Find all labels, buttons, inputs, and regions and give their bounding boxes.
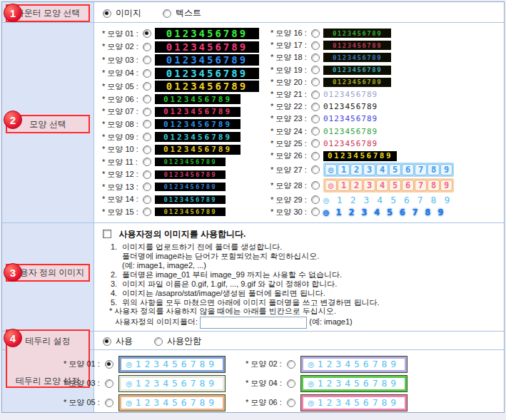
shape-digits-preview: 0123456789 [323, 66, 391, 75]
shape-radio-24[interactable] [311, 127, 320, 135]
shape-option-row: * 모양 10 :0123456789 [102, 144, 259, 155]
shape-digits-preview: 0123456789 [323, 151, 397, 161]
shape-radio-01[interactable] [143, 29, 151, 38]
shape-radio-22[interactable] [311, 103, 320, 111]
shape-option-row: * 모양 14 :0123456789 [102, 194, 259, 205]
digit-tile: 2 [350, 164, 363, 175]
digit-tile: 5 [389, 164, 401, 175]
digit-tile: 5 [389, 180, 401, 191]
shape-option-row: * 모양 16 :0123456789 [270, 28, 457, 39]
shape-digits-preview: 0123456789 [155, 145, 241, 155]
shape-option-row: * 모양 05 :0123456789 [102, 81, 259, 92]
shape-digits-preview: 0123456789 [323, 139, 378, 148]
divider [2, 222, 504, 223]
digit-tile: 1 [338, 180, 350, 191]
digit-tile: 7 [415, 180, 427, 191]
border-shape-radio-04[interactable] [287, 379, 295, 388]
custom-image-checkbox-row: 사용자정의 이미지를 사용합니다. [103, 227, 246, 240]
border-use-off-radio[interactable] [154, 337, 163, 346]
folder-input-row: 사용자정의 이미지폴더: (예: image1) [115, 317, 353, 329]
shape-option-label: * 모양 03 : [102, 55, 143, 66]
shape-radio-28[interactable] [311, 181, 320, 190]
instruction-item: 2.폴더명은 image_01 부터 image_99 까지는 사용할 수 없습… [111, 270, 380, 280]
counter-type-image-label: 이미지 [116, 7, 141, 19]
border-use-on-label: 사용 [116, 335, 133, 347]
shape-radio-08[interactable] [143, 120, 151, 128]
shape-radio-23[interactable] [311, 115, 320, 123]
shape-digits-preview: 0123456789 [155, 208, 226, 216]
shape-radio-25[interactable] [311, 139, 320, 148]
shape-option-row: * 모양 30 :◎123456789 [270, 207, 457, 217]
shape-option-label: * 모양 14 : [102, 194, 143, 205]
border-shape-radio-02[interactable] [287, 360, 295, 369]
border-shape-radio-01[interactable] [105, 360, 113, 369]
shape-radio-17[interactable] [311, 41, 320, 50]
shape-radio-21[interactable] [311, 91, 320, 99]
shape-radio-20[interactable] [311, 78, 320, 86]
counter-type-group: 이미지 텍스트 [103, 7, 201, 19]
section-4-badge: 4 [4, 329, 22, 347]
border-shape-preview: ◎123456789 [119, 376, 225, 391]
shape-radio-02[interactable] [143, 43, 151, 51]
custom-image-instructions: 1.이미지를 업로드하기 전에 폴더를 생성합니다.폴더명에 image라는 단… [111, 242, 380, 307]
folder-input[interactable] [200, 317, 307, 329]
shape-option-label: * 모양 24 : [270, 126, 311, 137]
counter-settings-panel: 1 카운터 모양 선택 2 모양 선택 3 사용자 정의 이미지 4 테두리 설… [1, 1, 505, 413]
border-shape-radio-05[interactable] [105, 399, 113, 407]
border-shape-option: * 모양 06 :◎123456789 [246, 395, 407, 411]
shape-option-row: * 모양 04 :0123456789 [102, 68, 259, 79]
shape-radio-06[interactable] [143, 95, 151, 103]
shape-radio-03[interactable] [143, 56, 151, 64]
shape-digits-preview: 0123456789 [155, 158, 226, 166]
shape-radio-26[interactable] [311, 152, 320, 160]
shape-option-label: * 모양 29 : [270, 195, 311, 205]
shape-radio-04[interactable] [143, 69, 151, 78]
shape-radio-30[interactable] [311, 208, 320, 216]
shape-radio-15[interactable] [143, 208, 151, 216]
border-use-on-radio[interactable] [103, 337, 111, 346]
shape-radio-05[interactable] [143, 82, 151, 91]
shape-digits-preview: 0123456789 [155, 107, 241, 117]
shape-radio-13[interactable] [143, 183, 151, 191]
shape-radio-18[interactable] [311, 53, 320, 62]
border-shape-radio-03[interactable] [105, 379, 113, 388]
border-use-off-label: 사용안함 [167, 335, 201, 347]
shape-digits-preview: ◎123456789 [323, 195, 457, 205]
digit-tile: 8 [427, 180, 440, 191]
shape-radio-10[interactable] [143, 145, 151, 154]
shape-digits-preview: ◎123456789 [323, 178, 454, 193]
section-2-badge: 2 [4, 111, 22, 129]
shape-radio-29[interactable] [311, 195, 320, 204]
section-1-badge: 1 [4, 4, 22, 22]
shape-digits-preview: ◎123456789 [323, 163, 454, 177]
digit-tile: 3 [363, 180, 375, 191]
shape-radio-11[interactable] [143, 158, 151, 166]
border-shape-label: * 모양 04 : [246, 378, 287, 389]
border-shape-radio-06[interactable] [287, 399, 295, 407]
folder-input-label: 사용자정의 이미지폴더: [115, 317, 198, 326]
counter-type-image-radio[interactable] [103, 9, 111, 18]
shape-digits-preview: 0123456789 [155, 195, 226, 204]
border-shape-option: * 모양 04 :◎123456789 [246, 376, 407, 391]
shape-radio-07[interactable] [143, 108, 151, 116]
shape-radio-27[interactable] [311, 165, 320, 174]
custom-image-checkbox[interactable] [103, 230, 111, 238]
shape-option-label: * 모양 28 : [270, 180, 311, 191]
shape-option-row: * 모양 22 :0123456789 [270, 101, 457, 112]
shape-option-label: * 모양 26 : [270, 150, 311, 161]
shape-option-row: * 모양 09 :0123456789 [102, 132, 259, 143]
shape-option-row: * 모양 07 :0123456789 [102, 106, 259, 117]
shape-radio-12[interactable] [143, 170, 151, 179]
counter-type-text-radio[interactable] [163, 9, 171, 18]
shape-radio-16[interactable] [311, 29, 320, 38]
shape-digits-preview: 0123456789 [155, 81, 259, 92]
shape-option-label: * 모양 07 : [102, 106, 143, 117]
shape-option-label: * 모양 09 : [102, 132, 143, 143]
shape-option-label: * 모양 18 : [270, 52, 311, 63]
shape-option-label: * 모양 15 : [102, 207, 143, 217]
shape-radio-09[interactable] [143, 133, 151, 141]
shape-radio-14[interactable] [143, 195, 151, 204]
shape-option-label: * 모양 17 : [270, 40, 311, 51]
shape-option-label: * 모양 25 : [270, 138, 311, 149]
shape-radio-19[interactable] [311, 66, 320, 74]
